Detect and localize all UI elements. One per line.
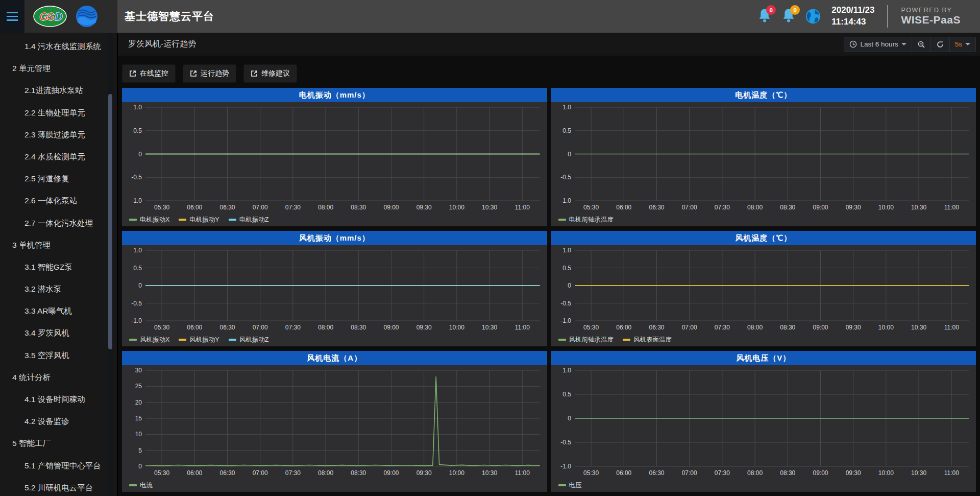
svg-text:-1.0: -1.0	[560, 463, 571, 470]
header-divider	[887, 5, 888, 28]
svg-text:07:30: 07:30	[285, 324, 301, 331]
sidebar-item[interactable]: 5 智能工厂	[0, 432, 117, 454]
plot-area[interactable]: 1.00.50-0.5-1.005:3006:0006:3007:0007:30…	[551, 102, 976, 213]
svg-text:1.0: 1.0	[133, 247, 142, 254]
sidebar-item[interactable]: 3.1 智能GZ泵	[0, 256, 117, 278]
time-range-picker[interactable]: Last 6 hours	[844, 37, 911, 52]
panel-title[interactable]: 电机温度（℃）	[551, 88, 976, 102]
sidebar-item[interactable]: 2.1进流抽水泵站	[0, 79, 117, 101]
svg-text:5: 5	[138, 447, 142, 454]
sidebar-item[interactable]: 2.2 生物处理单元	[0, 102, 117, 124]
svg-text:-0.5: -0.5	[560, 300, 571, 307]
panel-title[interactable]: 风机温度（℃）	[551, 231, 976, 245]
legend-item[interactable]: 风机振动X	[129, 336, 169, 344]
header-right-section: 0 0 2020/11/23 11:14:43 POWERED BY WISE-…	[756, 0, 980, 33]
panel-title[interactable]: 风机电压（V）	[551, 351, 976, 365]
globe-icon[interactable]	[804, 8, 822, 25]
sidebar-item[interactable]: 3 单机管理	[0, 234, 117, 256]
svg-text:07:30: 07:30	[714, 324, 729, 331]
svg-text:D: D	[55, 10, 63, 23]
svg-text:0: 0	[568, 151, 571, 158]
plot-area[interactable]: 1.00.50-0.5-1.005:3006:0006:3007:0007:30…	[122, 102, 547, 213]
sidebar-item[interactable]: 2.6 一体化泵站	[0, 190, 117, 211]
legend-item[interactable]: 电机振动Y	[179, 216, 219, 224]
plot-area[interactable]: 30252015105005:3006:0006:3007:0007:3008:…	[122, 365, 547, 479]
legend-item[interactable]: 电机振动Z	[229, 216, 269, 224]
svg-text:0: 0	[138, 282, 142, 289]
sidebar-item[interactable]: 2.7 一体化污水处理	[0, 212, 117, 234]
sidebar-scrollbar-thumb[interactable]	[108, 94, 112, 349]
plot-area[interactable]: 1.00.50-0.5-1.005:3006:0006:3007:0007:30…	[551, 245, 976, 333]
sidebar-item[interactable]: 2 单元管理	[0, 57, 117, 79]
header-left-section: G S D	[0, 0, 117, 33]
chart-panel-fan-current: 风机电流（A） 30252015105005:3006:0006:3007:00…	[122, 351, 547, 492]
page-title: 罗茨风机-运行趋势	[128, 39, 196, 50]
legend-series-color	[179, 219, 186, 221]
svg-text:08:30: 08:30	[780, 469, 795, 477]
legend-item[interactable]: 电机振动X	[129, 216, 169, 224]
sidebar-item[interactable]: 4.2 设备监诊	[0, 410, 117, 432]
svg-text:1.0: 1.0	[133, 104, 142, 111]
svg-text:05:30: 05:30	[154, 469, 169, 477]
legend-item[interactable]: 风机振动Y	[179, 336, 219, 344]
sidebar-item[interactable]: 3.2 潜水泵	[0, 278, 117, 300]
legend-item[interactable]: 风机前轴承温度	[558, 336, 614, 344]
svg-text:1.0: 1.0	[562, 247, 571, 254]
legend-item[interactable]: 风机振动Z	[229, 336, 269, 344]
svg-text:09:00: 09:00	[813, 204, 828, 211]
legend-item[interactable]: 电压	[558, 481, 582, 490]
external-link-icon	[251, 70, 258, 77]
chart-panel-fan-vibration: 风机振动（mm/s） 1.00.50-0.5-1.005:3006:0006:3…	[122, 231, 547, 346]
sidebar-item[interactable]: 2.3 薄膜过滤单元	[0, 124, 117, 146]
legend-item[interactable]: 电流	[129, 481, 153, 490]
zoom-out-button[interactable]	[912, 37, 930, 52]
powered-by-label: POWERED BY	[901, 7, 961, 14]
hamburger-icon[interactable]	[0, 0, 24, 33]
legend-item[interactable]: 风机表面温度	[623, 336, 672, 344]
svg-text:11:00: 11:00	[944, 324, 959, 331]
sidebar-item[interactable]: 2.5 河道修复	[0, 168, 117, 190]
panel-title[interactable]: 风机电流（A）	[122, 351, 547, 365]
svg-text:0.5: 0.5	[562, 127, 571, 134]
svg-text:20: 20	[135, 399, 142, 406]
legend-series-label: 电压	[569, 481, 582, 490]
svg-text:08:00: 08:00	[747, 204, 763, 211]
panel-title[interactable]: 风机振动（mm/s）	[122, 231, 547, 245]
sidebar-item[interactable]: 3.5 空浮风机	[0, 344, 117, 366]
svg-text:10:30: 10:30	[911, 324, 926, 331]
refresh-interval-label: 5s	[955, 40, 962, 48]
maintenance-advice-button[interactable]: 维修建议	[243, 64, 297, 83]
sidebar-item[interactable]: 3.4 罗茨风机	[0, 322, 117, 344]
panel-title[interactable]: 电机振动（mm/s）	[122, 88, 547, 102]
online-monitor-button[interactable]: 在线监控	[122, 64, 176, 83]
run-trend-button[interactable]: 运行趋势	[183, 64, 236, 83]
legend-series-label: 风机前轴承温度	[569, 336, 614, 344]
chart-legend: 电机前轴承温度	[551, 213, 976, 226]
sidebar-item[interactable]: 5.2 川研机电云平台	[0, 477, 117, 496]
sidebar-item[interactable]: 3.3 AR曝气机	[0, 300, 117, 322]
svg-text:05:30: 05:30	[583, 324, 599, 331]
sidebar-item[interactable]: 5.1 产销管理中心平台	[0, 455, 117, 477]
magnifier-icon	[917, 40, 925, 49]
svg-text:-1.0: -1.0	[131, 197, 142, 204]
time-label: 11:14:43	[831, 16, 874, 28]
refresh-interval-picker[interactable]: 5s	[949, 37, 975, 52]
legend-series-label: 电机振动Z	[239, 216, 269, 224]
legend-item[interactable]: 电机前轴承温度	[558, 216, 614, 224]
alarm-badge: 0	[790, 5, 800, 15]
refresh-button[interactable]	[930, 37, 949, 52]
svg-text:-0.5: -0.5	[131, 174, 142, 181]
notification-bell-icon[interactable]: 0	[756, 7, 774, 26]
svg-text:09:30: 09:30	[845, 469, 861, 477]
sidebar-item[interactable]: 4.1 设备时间稼动	[0, 388, 117, 410]
notification-badge: 0	[766, 5, 776, 15]
sidebar-item[interactable]: 4 统计分析	[0, 366, 117, 388]
alarm-bell-icon[interactable]: 0	[780, 7, 798, 26]
plot-area[interactable]: 1.00.50-0.5-1.005:3006:0006:3007:0007:30…	[122, 245, 547, 333]
svg-text:10:30: 10:30	[482, 204, 497, 211]
plot-area[interactable]: 1.00.50-0.5-1.005:3006:0006:3007:0007:30…	[551, 365, 976, 479]
sidebar-item[interactable]: 1.4 污水在线监测系统	[0, 35, 117, 57]
chart-legend: 电流	[122, 479, 547, 492]
svg-text:09:30: 09:30	[845, 204, 861, 211]
sidebar-item[interactable]: 2.4 水质检测单元	[0, 146, 117, 168]
